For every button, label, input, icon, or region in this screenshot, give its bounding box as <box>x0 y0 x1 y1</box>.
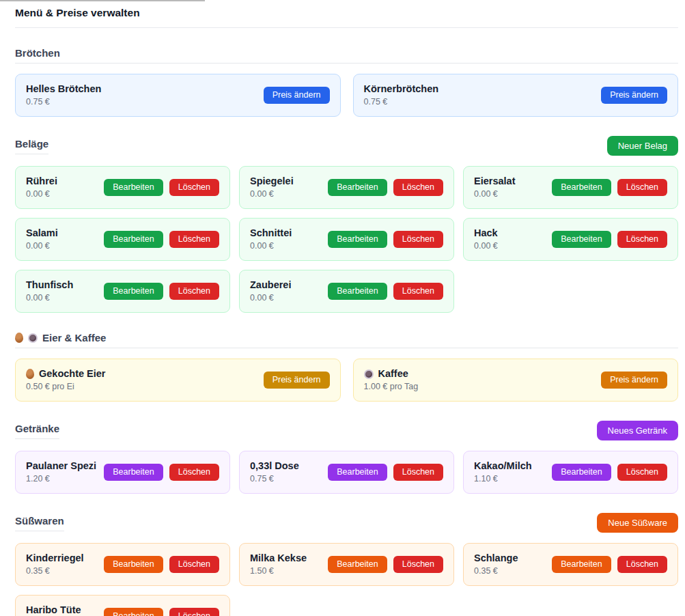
item-name: Körnerbrötchen <box>364 83 439 96</box>
item-name: Schnittei <box>250 227 292 240</box>
section-eier-kaffee: Eier & Kaffee Gekochte Eier 0.50 € pro E… <box>15 332 678 402</box>
delete-button[interactable]: Löschen <box>393 556 443 573</box>
delete-button[interactable]: Löschen <box>393 464 443 481</box>
item-name: Hack <box>474 227 498 240</box>
edit-button[interactable]: Bearbeiten <box>328 231 387 248</box>
edit-button[interactable]: Bearbeiten <box>552 179 611 196</box>
page-title: Menü & Preise verwalten <box>15 1 678 28</box>
section-title-getraenke: Getränke <box>15 423 59 439</box>
delete-button[interactable]: Löschen <box>393 179 443 196</box>
item-name: Helles Brötchen <box>26 83 101 96</box>
delete-button[interactable]: Löschen <box>169 608 219 616</box>
edit-button[interactable]: Bearbeiten <box>328 179 387 196</box>
delete-button[interactable]: Löschen <box>617 556 667 573</box>
item-name: Paulaner Spezi <box>26 460 96 473</box>
item-name: Gekochte Eier <box>26 367 106 380</box>
item-price: 0.00 € <box>250 188 294 200</box>
edit-button[interactable]: Bearbeiten <box>104 179 163 196</box>
menu-item-card: Kakao/Milch 1.10 € Bearbeiten Löschen <box>463 451 678 494</box>
edit-button[interactable]: Bearbeiten <box>104 231 163 248</box>
item-price: 0.00 € <box>26 292 73 304</box>
menu-item-card: Paulaner Spezi 1.20 € Bearbeiten Löschen <box>15 451 230 494</box>
delete-button[interactable]: Löschen <box>617 464 667 481</box>
delete-button[interactable]: Löschen <box>169 179 219 196</box>
item-name: Rührei <box>26 175 57 188</box>
item-name: Milka Kekse <box>250 552 307 565</box>
coffee-icon <box>28 333 38 343</box>
item-price: 0.50 € pro Ei <box>26 381 106 393</box>
change-price-button[interactable]: Preis ändern <box>601 87 667 104</box>
delete-button[interactable]: Löschen <box>617 231 667 248</box>
menu-item-card: Zauberei 0.00 € Bearbeiten Löschen <box>239 270 454 313</box>
delete-button[interactable]: Löschen <box>617 179 667 196</box>
delete-button[interactable]: Löschen <box>169 231 219 248</box>
item-price: 0.75 € <box>364 96 439 108</box>
change-price-button[interactable]: Preis ändern <box>264 372 330 389</box>
item-price: 0.00 € <box>250 240 292 252</box>
item-price: 0.75 € <box>26 96 101 108</box>
menu-item-card: Eiersalat 0.00 € Bearbeiten Löschen <box>463 166 678 209</box>
section-broetchen: Brötchen Helles Brötchen 0.75 € Preis än… <box>15 47 678 117</box>
new-getraenk-button[interactable]: Neues Getränk <box>597 421 678 440</box>
edit-button[interactable]: Bearbeiten <box>104 464 163 481</box>
menu-item-card: Kinderriegel 0.35 € Bearbeiten Löschen <box>15 543 230 586</box>
coffee-icon <box>364 369 374 379</box>
delete-button[interactable]: Löschen <box>393 231 443 248</box>
item-name: Eiersalat <box>474 175 515 188</box>
edit-button[interactable]: Bearbeiten <box>328 283 387 300</box>
item-price: 0.35 € <box>474 565 518 577</box>
item-price: 0.00 € <box>474 188 515 200</box>
edit-button[interactable]: Bearbeiten <box>552 464 611 481</box>
item-price: 0.75 € <box>250 473 299 485</box>
section-title-belaege: Beläge <box>15 138 48 154</box>
edit-button[interactable]: Bearbeiten <box>552 556 611 573</box>
item-name: Kakao/Milch <box>474 460 532 473</box>
item-name: Schlange <box>474 552 518 565</box>
delete-button[interactable]: Löschen <box>169 464 219 481</box>
section-belaege: Beläge Neuer Belag Rührei 0.00 € Bearbei… <box>15 136 678 313</box>
egg-icon <box>26 369 34 379</box>
edit-button[interactable]: Bearbeiten <box>104 608 163 616</box>
menu-item-card: Haribo Tüte 1.50 € Bearbeiten Löschen <box>15 595 230 616</box>
item-name: Haribo Tüte <box>26 604 81 616</box>
section-title-suesswaren: Süßwaren <box>15 515 64 531</box>
item-name: Thunfisch <box>26 279 73 292</box>
section-title-eier-kaffee: Eier & Kaffee <box>15 332 678 348</box>
menu-item-card: Spiegelei 0.00 € Bearbeiten Löschen <box>239 166 454 209</box>
edit-button[interactable]: Bearbeiten <box>328 464 387 481</box>
edit-button[interactable]: Bearbeiten <box>104 283 163 300</box>
delete-button[interactable]: Löschen <box>169 556 219 573</box>
menu-item-card: Gekochte Eier 0.50 € pro Ei Preis ändern <box>15 359 341 402</box>
edit-button[interactable]: Bearbeiten <box>328 556 387 573</box>
edit-button[interactable]: Bearbeiten <box>104 556 163 573</box>
section-suesswaren: Süßwaren Neue Süßware Kinderriegel 0.35 … <box>15 513 678 616</box>
menu-item-card: Rührei 0.00 € Bearbeiten Löschen <box>15 166 230 209</box>
egg-icon <box>15 333 23 343</box>
section-title-broetchen: Brötchen <box>15 47 678 64</box>
item-price: 0.00 € <box>250 292 291 304</box>
menu-item-card: Schlange 0.35 € Bearbeiten Löschen <box>463 543 678 586</box>
new-belag-button[interactable]: Neuer Belag <box>607 136 678 156</box>
delete-button[interactable]: Löschen <box>393 283 443 300</box>
menu-item-card: Helles Brötchen 0.75 € Preis ändern <box>15 74 341 117</box>
section-getraenke: Getränke Neues Getränk Paulaner Spezi 1.… <box>15 421 678 494</box>
item-price: 1.20 € <box>26 473 96 485</box>
item-price: 0.00 € <box>26 240 58 252</box>
new-suessware-button[interactable]: Neue Süßware <box>597 513 678 533</box>
menu-item-card: Hack 0.00 € Bearbeiten Löschen <box>463 218 678 261</box>
menu-item-card: 0,33l Dose 0.75 € Bearbeiten Löschen <box>239 451 454 494</box>
change-price-button[interactable]: Preis ändern <box>601 372 667 389</box>
item-name: Zauberei <box>250 279 291 292</box>
menu-item-card: Schnittei 0.00 € Bearbeiten Löschen <box>239 218 454 261</box>
item-price: 1.00 € pro Tag <box>364 381 419 393</box>
menu-item-card: Körnerbrötchen 0.75 € Preis ändern <box>353 74 679 117</box>
section-title-text: Eier & Kaffee <box>42 332 106 344</box>
edit-button[interactable]: Bearbeiten <box>552 231 611 248</box>
item-name: Kaffee <box>364 367 419 380</box>
change-price-button[interactable]: Preis ändern <box>264 87 330 104</box>
delete-button[interactable]: Löschen <box>169 283 219 300</box>
item-price: 0.00 € <box>26 188 57 200</box>
menu-price-manager: Menü & Preise verwalten Brötchen Helles … <box>0 1 685 616</box>
item-name: Spiegelei <box>250 175 294 188</box>
item-name: Salami <box>26 227 58 240</box>
